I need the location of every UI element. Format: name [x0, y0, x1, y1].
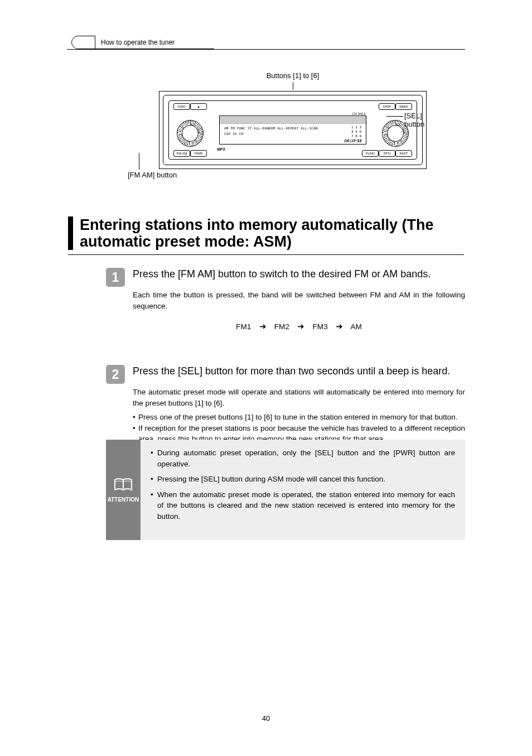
attention-box: ATTENTION During automatic preset operat… — [106, 440, 465, 540]
top-button-row: DISC ▲ DISP SEEK — [173, 103, 412, 110]
leader-line-top — [293, 82, 293, 90]
attention-label: ATTENTION — [108, 497, 139, 503]
lcd-source: CDP CD CH — [224, 132, 361, 136]
btn-fast: FAST — [395, 150, 412, 157]
section-heading-block: Entering stations into memory automatica… — [68, 216, 464, 255]
arrow-icon: ➜ — [259, 321, 267, 331]
step-2: 2 Press the [SEL] button for more than t… — [106, 365, 465, 445]
device-face: DISC ▲ DISP SEEK CD 3413 AM FM FUNC ST A… — [168, 100, 417, 160]
btn-pwr: PWR — [190, 150, 207, 157]
preset-row: 1 2 3 — [345, 125, 361, 129]
lcd-panel: AM FM FUNC ST ALL-RANDOM ALL-REPEAT ALL-… — [219, 115, 366, 145]
section-heading: Entering stations into memory automatica… — [80, 216, 464, 250]
btn-seek: SEEK — [395, 103, 412, 110]
brand-label: ECLIPSE — [344, 139, 362, 143]
device-outline: DISC ▲ DISP SEEK CD 3413 AM FM FUNC ST A… — [159, 91, 427, 169]
preset-row: 7 8 9 — [345, 134, 361, 138]
bottom-button-row: FM AM PWR FUNC RTN FAST — [173, 150, 412, 157]
attention-bullet: Pressing the [SEL] button during ASM mod… — [151, 474, 455, 485]
diagram-top-caption: Buttons [1] to [6] — [114, 71, 471, 80]
step-number: 2 — [106, 365, 125, 384]
step-main-text: Press the [SEL] button for more than two… — [133, 365, 465, 378]
steps-list: 1 Press the [FM AM] button to switch to … — [106, 268, 465, 455]
arrow-icon: ➜ — [297, 321, 304, 331]
diagram-bottom-label: [FM AM] button — [128, 171, 177, 179]
step-bullet: Press one of the preset buttons [1] to [… — [133, 412, 465, 423]
attention-sidebar: ATTENTION — [106, 440, 141, 540]
btn-disp: DISP — [379, 103, 395, 110]
volume-knob — [177, 120, 204, 147]
sel-label-1: [SEL] — [404, 112, 422, 120]
step-1: 1 Press the [FM AM] button to switch to … — [106, 268, 465, 333]
step-number: 1 — [106, 268, 125, 287]
step-hint: Each time the button is pressed, the ban… — [133, 290, 465, 311]
attention-bullet: When the automatic preset mode is operat… — [151, 489, 455, 522]
step-body: Press the [FM AM] button to switch to th… — [133, 268, 465, 333]
attention-body: During automatic preset operation, only … — [141, 440, 465, 540]
diagram-right-label: [SEL] button — [404, 112, 424, 128]
arrow-icon: ➜ — [336, 321, 343, 331]
heading-bar: Entering stations into memory automatica… — [68, 216, 464, 250]
btn-func: FUNC — [362, 150, 379, 157]
lcd-indicators: AM FM FUNC ST ALL-RANDOM ALL-REPEAT ALL-… — [224, 126, 361, 130]
btn-eject: ▲ — [190, 103, 207, 110]
btn-disc: DISC — [173, 103, 190, 110]
preset-row: 4 5 6 — [345, 129, 361, 134]
page: How to operate the tuner Buttons [1] to … — [0, 0, 532, 756]
btn-fm-am: FM AM — [173, 150, 190, 157]
attention-bullet: During automatic preset operation, only … — [151, 447, 455, 469]
band-am: AM — [350, 322, 362, 331]
sel-label-2: button — [404, 120, 424, 128]
band-fm3: FM3 — [312, 322, 328, 331]
btn-rtn: RTN — [379, 150, 395, 157]
book-icon — [114, 478, 133, 493]
heading-rule — [68, 254, 464, 255]
header-rule — [67, 49, 465, 50]
leader-line-bottom — [139, 153, 139, 170]
leader-line-right — [386, 116, 403, 117]
step-hint: The automatic preset mode will operate a… — [133, 387, 465, 408]
band-fm2: FM2 — [274, 322, 290, 331]
band-sequence: FM1 ➜ FM2 ➜ FM3 ➜ AM — [133, 320, 465, 333]
device-diagram: Buttons [1] to [6] DISC ▲ DISP SEEK CD 3… — [114, 71, 471, 194]
lcd-stripes — [220, 116, 366, 124]
step-main-text: Press the [FM AM] button to switch to th… — [133, 268, 465, 281]
section-tab: How to operate the tuner — [95, 36, 214, 49]
step-body: Press the [SEL] button for more than two… — [133, 365, 465, 445]
band-fm1: FM1 — [236, 322, 252, 331]
page-number: 40 — [0, 714, 532, 723]
